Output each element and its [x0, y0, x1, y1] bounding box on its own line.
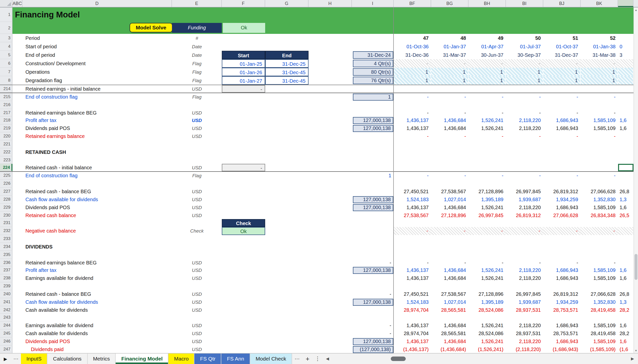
cell-h[interactable] — [308, 298, 352, 306]
cell-value[interactable]: 1,526,241 — [469, 274, 506, 282]
row-label[interactable]: End of construction flag — [23, 172, 172, 180]
vscroll-thumb[interactable] — [634, 254, 637, 280]
row-header-224[interactable]: 224 — [0, 164, 13, 172]
add-sheet-button[interactable]: + — [302, 354, 313, 364]
cell-partial[interactable] — [618, 251, 633, 259]
cell-value[interactable] — [581, 85, 618, 92]
cell-f[interactable] — [222, 274, 265, 282]
cell-h[interactable] — [308, 132, 352, 140]
cell-abc[interactable] — [13, 42, 23, 51]
row-header-6[interactable]: 6 — [0, 59, 13, 68]
cell-i[interactable]: 76 Qtr(s) — [352, 76, 394, 85]
cell-value[interactable] — [506, 243, 543, 251]
cell-e[interactable] — [172, 101, 222, 109]
cell-i[interactable] — [352, 156, 394, 164]
row-header-233[interactable]: 233 — [0, 235, 13, 243]
cell-value[interactable]: - — [394, 93, 431, 101]
row-header-219[interactable]: 219 — [0, 124, 13, 132]
cell-abc[interactable] — [13, 34, 23, 42]
cell-e[interactable] — [172, 180, 222, 188]
cell-f[interactable]: Start — [222, 51, 265, 59]
cell-value[interactable]: 01-Jul-37 — [506, 42, 543, 51]
cell-g[interactable]: 31-Dec-25 — [265, 59, 308, 68]
column-header-G[interactable]: G — [265, 0, 308, 7]
cell-value[interactable] — [469, 314, 506, 322]
cell-d[interactable] — [23, 180, 172, 188]
cell-e[interactable] — [172, 243, 222, 251]
cell-value[interactable] — [506, 219, 543, 227]
unit-label[interactable]: USD — [172, 132, 222, 140]
cell-h[interactable] — [308, 85, 352, 92]
cell-h[interactable] — [308, 180, 352, 188]
cell-f[interactable] — [222, 188, 265, 196]
cell-f[interactable] — [222, 314, 265, 322]
cell-value[interactable] — [394, 314, 431, 322]
input-box[interactable]: 80 Qtr(s) — [353, 68, 393, 76]
cell-value[interactable] — [506, 235, 543, 243]
cell-value[interactable]: - — [469, 172, 506, 180]
cell-h[interactable] — [308, 267, 352, 274]
cell-value[interactable]: 1,585,109 — [581, 204, 618, 212]
cell-partial[interactable] — [618, 34, 633, 42]
cell-value[interactable]: 1 — [394, 76, 431, 85]
cell-h[interactable] — [308, 93, 352, 101]
cell-value[interactable] — [581, 140, 618, 148]
row-label[interactable]: RETAINED CASH — [23, 148, 172, 156]
cell-g[interactable] — [265, 227, 308, 235]
cell-value[interactable]: 48 — [431, 34, 469, 42]
cell-g[interactable] — [265, 148, 308, 156]
cell-g[interactable] — [265, 290, 308, 298]
cell-value[interactable]: 1,585,109 — [581, 338, 618, 346]
cell-value[interactable]: 30-Sep-37 — [506, 51, 543, 59]
cell-value[interactable] — [431, 282, 469, 290]
row-label[interactable]: End of period — [23, 51, 172, 59]
cell-value[interactable] — [394, 282, 431, 290]
cell-value[interactable] — [581, 101, 618, 109]
cell-i[interactable] — [352, 148, 394, 156]
row-label[interactable]: Cash available for dividends — [23, 306, 172, 314]
cell-i[interactable]: - — [352, 330, 394, 338]
unit-label[interactable]: Flag — [172, 76, 222, 85]
cell-value[interactable] — [394, 243, 431, 251]
cell-value[interactable]: - — [394, 109, 431, 117]
column-header-BK[interactable]: BK — [581, 0, 618, 7]
cell-value[interactable] — [469, 85, 506, 92]
cell-e[interactable] — [172, 156, 222, 164]
cell-abc[interactable] — [13, 298, 23, 306]
cell-i[interactable] — [352, 180, 394, 188]
horizontal-scrollbar[interactable]: ◀ ▶ — [322, 354, 638, 364]
cell-f[interactable]: - — [222, 85, 265, 92]
model-solve-button[interactable]: Model Solve — [130, 23, 172, 32]
cell-f[interactable] — [222, 338, 265, 346]
cell-g[interactable] — [265, 117, 308, 125]
cell-value[interactable]: 52 — [581, 34, 618, 42]
cell-d[interactable] — [23, 282, 172, 290]
cell-value[interactable] — [506, 180, 543, 188]
vscroll-up-icon[interactable]: ▲ — [634, 8, 638, 12]
cell-value[interactable]: (1,436,137) — [394, 346, 431, 353]
unit-label[interactable]: USD — [172, 267, 222, 274]
cell-value[interactable] — [581, 235, 618, 243]
cell-f[interactable]: Check — [222, 219, 265, 227]
cell-value[interactable] — [543, 243, 581, 251]
cell-value[interactable]: 26,834,348 — [581, 212, 618, 219]
cell-value[interactable] — [431, 164, 469, 172]
cell-value[interactable] — [581, 148, 618, 156]
cell-value[interactable] — [469, 282, 506, 290]
cell-abc[interactable] — [13, 227, 23, 235]
cell-partial[interactable]: 1,3 — [618, 298, 633, 306]
cell-d[interactable] — [23, 235, 172, 243]
row-label[interactable]: Earnings available for dividend — [23, 274, 172, 282]
cell-value[interactable] — [431, 235, 469, 243]
cell-g[interactable] — [265, 196, 308, 204]
cell-value[interactable]: 1,526,241 — [469, 338, 506, 346]
cell-h[interactable] — [308, 338, 352, 346]
cell-value[interactable]: 26,997,845 — [469, 212, 506, 219]
cell-f[interactable] — [222, 34, 265, 42]
unit-label[interactable]: USD — [172, 322, 222, 330]
row-header-243[interactable]: 243 — [0, 314, 13, 322]
cell-value[interactable]: 49 — [469, 34, 506, 42]
row-header-235[interactable]: 235 — [0, 251, 13, 259]
unit-label[interactable]: USD — [172, 338, 222, 346]
cell-abc[interactable] — [13, 204, 23, 212]
